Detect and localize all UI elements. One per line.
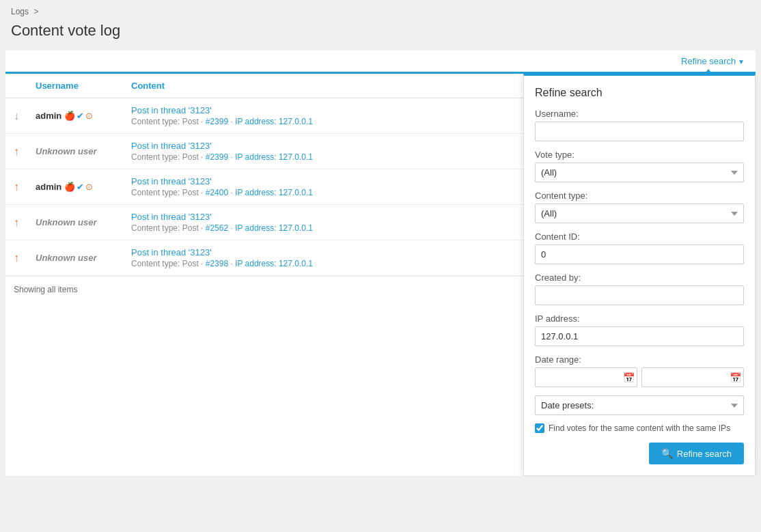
blue-check-icon: ✔: [77, 111, 84, 121]
vote-cell: ↑: [5, 240, 27, 276]
username-input[interactable]: [535, 122, 744, 141]
username-cell: Unknown user: [27, 240, 123, 276]
date-range-row: 📅 📅: [535, 367, 744, 387]
content-cell: Post in thread '3123' Content type: Post…: [123, 240, 523, 276]
username-cell: Unknown user: [27, 205, 123, 240]
panel-caret: [703, 69, 714, 76]
page-title: Content vote log: [0, 19, 761, 51]
username-text: admin: [36, 182, 61, 192]
vote-type-select[interactable]: (All)UpDown: [535, 163, 744, 182]
table-row: ↑Unknown user Post in thread '3123' Cont…: [5, 205, 523, 240]
table-row: ↑Unknown user Post in thread '3123' Cont…: [5, 134, 523, 169]
content-meta: Content type: Post · #2562 · IP address:…: [131, 223, 515, 233]
content-link[interactable]: Post in thread '3123': [131, 247, 212, 257]
post-id-link[interactable]: #2400: [206, 188, 228, 197]
content-meta: Content type: Post · #2399 · IP address:…: [131, 152, 515, 162]
date-start-wrap: 📅: [535, 367, 637, 387]
date-start-input[interactable]: [535, 367, 637, 387]
refine-search-button[interactable]: 🔍 Refine search: [649, 443, 744, 464]
content-cell: Post in thread '3123' Content type: Post…: [123, 134, 523, 169]
apple-icon: 🍎: [64, 111, 75, 121]
content-id-group: Content ID:: [535, 232, 744, 264]
username-text: Unknown user: [36, 217, 97, 227]
username-cell: Unknown user: [27, 134, 123, 169]
date-range-group: Date range: 📅 📅: [535, 354, 744, 387]
vote-cell: ↑: [5, 134, 27, 169]
username-text: Unknown user: [36, 146, 97, 156]
table-row: ↑ admin 🍎 ✔ ⊙ Post in thread '3123' Cont…: [5, 169, 523, 205]
col-vote: [5, 74, 27, 98]
post-id-link[interactable]: #2399: [206, 152, 228, 162]
same-ip-checkbox[interactable]: [535, 423, 544, 433]
date-range-label: Date range:: [535, 354, 744, 365]
col-content: Content: [123, 74, 523, 98]
date-end-input[interactable]: [641, 367, 744, 387]
username-cell: admin 🍎 ✔ ⊙: [27, 169, 123, 205]
orange-circle-icon: ⊙: [85, 111, 93, 121]
ip-link[interactable]: IP address: 127.0.0.1: [235, 152, 313, 162]
content-link[interactable]: Post in thread '3123': [131, 212, 212, 222]
created-by-input[interactable]: [535, 285, 744, 305]
content-area: Username Content ↓ admin 🍎 ✔ ⊙ Post in t…: [5, 74, 756, 476]
apple-icon: 🍎: [64, 182, 75, 192]
content-link[interactable]: Post in thread '3123': [131, 105, 212, 115]
created-by-group: Created by:: [535, 272, 744, 305]
user-icons: 🍎 ✔ ⊙: [64, 111, 93, 121]
ip-address-label: IP address:: [535, 313, 744, 324]
date-presets-select[interactable]: Date presets:: [535, 395, 744, 415]
ip-link[interactable]: IP address: 127.0.0.1: [235, 259, 313, 268]
ip-link[interactable]: IP address: 127.0.0.1: [235, 117, 313, 126]
main-container: Refine search Username Content ↓ admin 🍎: [5, 51, 756, 476]
post-id-link[interactable]: #2399: [206, 117, 228, 126]
user-icons: 🍎 ✔ ⊙: [64, 182, 93, 192]
breadcrumb-separator: >: [33, 7, 38, 16]
vote-up-icon: ↑: [14, 181, 19, 193]
content-type-label: Content type:: [535, 191, 744, 201]
content-meta: Content type: Post · #2400 · IP address:…: [131, 188, 515, 197]
date-presets-group: Date presets:: [535, 395, 744, 415]
content-cell: Post in thread '3123' Content type: Post…: [123, 205, 523, 240]
date-end-wrap: 📅: [641, 367, 744, 387]
table-row: ↓ admin 🍎 ✔ ⊙ Post in thread '3123' Cont…: [5, 98, 523, 134]
vote-up-icon: ↑: [14, 252, 19, 264]
username-label: Username:: [535, 109, 744, 119]
vote-cell: ↑: [5, 169, 27, 205]
refine-btn-label: Refine search: [677, 449, 732, 459]
post-id-link[interactable]: #2562: [206, 223, 228, 233]
vote-type-group: Vote type: (All)UpDown: [535, 150, 744, 182]
content-meta: Content type: Post · #2398 · IP address:…: [131, 259, 515, 268]
ip-address-group: IP address:: [535, 313, 744, 346]
content-cell: Post in thread '3123' Content type: Post…: [123, 98, 523, 134]
refine-panel: Refine search Username: Vote type: (All)…: [523, 74, 756, 476]
ip-address-input[interactable]: [535, 326, 744, 346]
content-link[interactable]: Post in thread '3123': [131, 141, 212, 151]
panel-title: Refine search: [535, 87, 744, 99]
post-id-link[interactable]: #2398: [206, 259, 228, 268]
breadcrumb: Logs >: [0, 0, 761, 19]
ip-link[interactable]: IP address: 127.0.0.1: [235, 188, 313, 197]
content-id-label: Content ID:: [535, 232, 744, 242]
content-cell: Post in thread '3123' Content type: Post…: [123, 169, 523, 205]
ip-link[interactable]: IP address: 127.0.0.1: [235, 223, 313, 233]
date-end-calendar-button[interactable]: 📅: [730, 372, 741, 383]
showing-all-label: Showing all items: [5, 276, 523, 303]
same-ip-checkbox-row: Find votes for the same content with the…: [535, 423, 744, 433]
content-link[interactable]: Post in thread '3123': [131, 176, 212, 186]
vote-up-icon: ↑: [14, 216, 19, 228]
breadcrumb-parent[interactable]: Logs: [11, 7, 29, 16]
orange-circle-icon: ⊙: [85, 182, 93, 192]
content-id-input[interactable]: [535, 244, 744, 264]
table-section: Username Content ↓ admin 🍎 ✔ ⊙ Post in t…: [5, 74, 523, 476]
refine-search-toggle-button[interactable]: Refine search: [681, 56, 745, 66]
content-meta: Content type: Post · #2399 · IP address:…: [131, 117, 515, 126]
vote-cell: ↑: [5, 205, 27, 240]
vote-down-icon: ↓: [14, 110, 19, 122]
content-type-select[interactable]: (All)PostThread: [535, 204, 744, 223]
username-text: admin: [36, 111, 61, 121]
content-type-group: Content type: (All)PostThread: [535, 191, 744, 223]
vote-cell: ↓: [5, 98, 27, 134]
date-start-calendar-button[interactable]: 📅: [623, 372, 635, 383]
votes-table: Username Content ↓ admin 🍎 ✔ ⊙ Post in t…: [5, 74, 523, 276]
created-by-label: Created by:: [535, 272, 744, 283]
table-row: ↑Unknown user Post in thread '3123' Cont…: [5, 240, 523, 276]
